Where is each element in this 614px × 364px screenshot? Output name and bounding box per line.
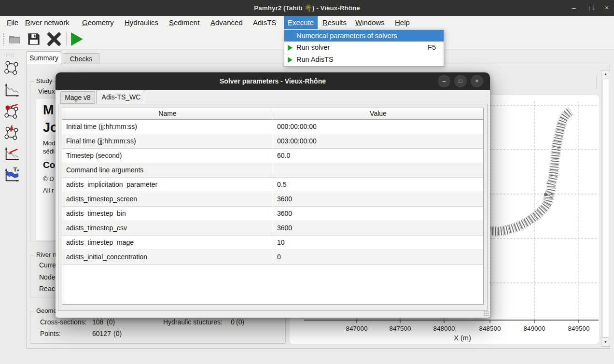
cross-sections-extra: (0)	[107, 318, 115, 326]
network-red-edit-icon	[3, 124, 20, 140]
table-row[interactable]: Initial time (jj:hh:mm:ss) 000:00:00:00	[62, 120, 483, 134]
maximize-button[interactable]: □	[584, 0, 599, 16]
scrollbar-thumb[interactable]	[602, 79, 609, 338]
param-value[interactable]: 003:00:00:00	[273, 134, 483, 148]
dialog-tab-adis-ts-wc[interactable]: Adis-TS_WC	[96, 90, 146, 104]
param-value[interactable]: 000:00:00:00	[273, 120, 483, 134]
menu-river-network-label: River network	[25, 16, 70, 29]
menu-item-label: Numerical parameters of solvers	[296, 32, 397, 40]
close-x-icon	[47, 32, 61, 46]
toolbar-drag-handle[interactable]	[3, 33, 4, 46]
close-button[interactable]: ×	[600, 0, 614, 16]
save-button[interactable]	[27, 32, 41, 46]
column-header-value[interactable]: Value	[273, 108, 483, 119]
river-network-item-current: Curre	[39, 261, 56, 269]
param-name: Final time (jj:hh:mm:ss)	[62, 134, 273, 148]
structures-extra: (0)	[236, 318, 244, 326]
play-icon	[288, 57, 293, 63]
dialog-resize-grip[interactable]	[483, 311, 488, 316]
run-button[interactable]	[71, 32, 84, 46]
menu-item-shortcut: F5	[428, 42, 436, 54]
dialog-tab-pane: Name Value Initial time (jj:hh:mm:ss) 00…	[58, 104, 488, 311]
menu-results-label: Results	[322, 16, 347, 29]
table-row[interactable]: Command line arguments	[62, 163, 483, 178]
study-body-2: sédi	[43, 148, 55, 155]
menu-hydraulics[interactable]: Hydraulics	[121, 16, 162, 29]
menu-geometry[interactable]: Geometry	[78, 16, 118, 29]
sidebar-drag-handle[interactable]	[3, 53, 15, 57]
x-tick-label: 849000	[523, 325, 545, 332]
menu-windows[interactable]: Windows	[351, 16, 389, 29]
param-value[interactable]: 3600	[273, 221, 483, 235]
close-project-button[interactable]	[47, 32, 61, 46]
study-rights: All r	[43, 187, 54, 194]
menu-sediment-label: Sediment	[169, 16, 199, 29]
dialog-titlebar[interactable]: Solver parameters - Vieux-Rhône – □ ×	[56, 72, 490, 90]
table-row[interactable]: adists_timestep_mage 10	[62, 236, 483, 250]
scroll-up-arrow[interactable]: ▲	[601, 70, 610, 78]
plot-panel-divider	[596, 76, 597, 89]
open-button[interactable]	[8, 32, 21, 46]
update-profile-tool-button[interactable]	[3, 145, 20, 162]
menu-help-label: Help	[395, 16, 410, 29]
scroll-down-arrow[interactable]: ▼	[601, 338, 610, 346]
edit-reach-tool-button[interactable]	[3, 124, 20, 140]
menu-execute[interactable]: Execute	[284, 16, 318, 29]
table-row[interactable]: adists_initial_concentration 0	[62, 250, 483, 265]
param-name: Initial time (jj:hh:mm:ss)	[62, 120, 273, 134]
table-row[interactable]: adists_timestep_screen 3600	[62, 192, 483, 207]
param-value[interactable]	[273, 163, 483, 177]
param-name: adists_timestep_bin	[62, 207, 273, 221]
menu-adists-label: AdisTS	[253, 16, 276, 29]
x-tick-label: 847000	[346, 325, 367, 332]
x-tick-label: 849500	[568, 325, 589, 332]
structures-value: 0	[231, 318, 235, 326]
profile-tool-button[interactable]	[3, 82, 20, 98]
menu-execute-label: Execute	[288, 16, 314, 29]
tab-checks[interactable]: Checks	[63, 53, 99, 64]
cross-sections-value: 108	[92, 318, 103, 326]
menu-hydraulics-label: Hydraulics	[125, 16, 158, 29]
menu-item-run-adists[interactable]: Run AdisTS	[284, 54, 444, 66]
table-row[interactable]: adists_timestep_csv 3600	[62, 221, 483, 236]
menu-advanced[interactable]: Advanced	[207, 16, 247, 29]
menu-sediment[interactable]: Sediment	[165, 16, 203, 29]
menu-item-run-solver[interactable]: Run solver F5	[284, 42, 444, 54]
dialog-close-button[interactable]: ×	[471, 75, 483, 87]
param-value[interactable]: 3600	[273, 192, 483, 206]
initial-conditions-tool-button[interactable]: T₀	[3, 167, 20, 183]
param-value[interactable]: 3600	[273, 207, 483, 221]
play-icon	[288, 45, 293, 51]
minimize-button[interactable]: –	[567, 0, 581, 16]
table-row[interactable]: adists_implicitation_parameter 0.5	[62, 178, 483, 192]
river-network-group-title: River n	[34, 251, 58, 258]
tab-summary[interactable]: Summary	[27, 51, 61, 64]
param-value[interactable]: 0.5	[273, 178, 483, 192]
table-row[interactable]: adists_timestep_bin 3600	[62, 207, 483, 221]
column-header-name[interactable]: Name	[62, 108, 273, 119]
open-folder-icon	[8, 32, 21, 46]
vertical-scrollbar[interactable]: ▲ ▼	[601, 70, 610, 347]
menu-river-network[interactable]: River network	[21, 16, 73, 29]
study-group-title: Study	[34, 77, 54, 84]
menu-help[interactable]: Help	[391, 16, 414, 29]
param-value[interactable]: 0	[273, 250, 483, 264]
menu-file[interactable]: File	[3, 16, 22, 29]
menu-adists[interactable]: AdisTS	[249, 16, 280, 29]
dialog-maximize-button[interactable]: □	[454, 75, 467, 87]
x-tick-label: 848500	[479, 325, 501, 332]
window-title: Pamhyr2 (Tahiti 🌴) - Vieux-Rhône	[0, 0, 614, 16]
river-network-tool-button[interactable]	[3, 59, 20, 76]
param-value[interactable]: 10	[273, 236, 483, 250]
dialog-minimize-button[interactable]: –	[438, 75, 450, 87]
param-name: adists_timestep_csv	[62, 221, 273, 235]
table-row[interactable]: Timestep (second) 60.0	[62, 149, 483, 163]
menu-item-numerical-parameters[interactable]: Numerical parameters of solvers	[284, 30, 444, 42]
edit-node-tool-button[interactable]	[3, 103, 20, 119]
menu-results[interactable]: Results	[319, 16, 350, 29]
param-value[interactable]: 60.0	[273, 149, 483, 163]
dialog-tab-mage-v8[interactable]: Mage v8	[60, 91, 95, 104]
solver-parameters-dialog: Solver parameters - Vieux-Rhône – □ × Ma…	[56, 72, 490, 318]
network-red-node-icon	[3, 103, 20, 119]
table-row[interactable]: Final time (jj:hh:mm:ss) 003:00:00:00	[62, 134, 483, 149]
